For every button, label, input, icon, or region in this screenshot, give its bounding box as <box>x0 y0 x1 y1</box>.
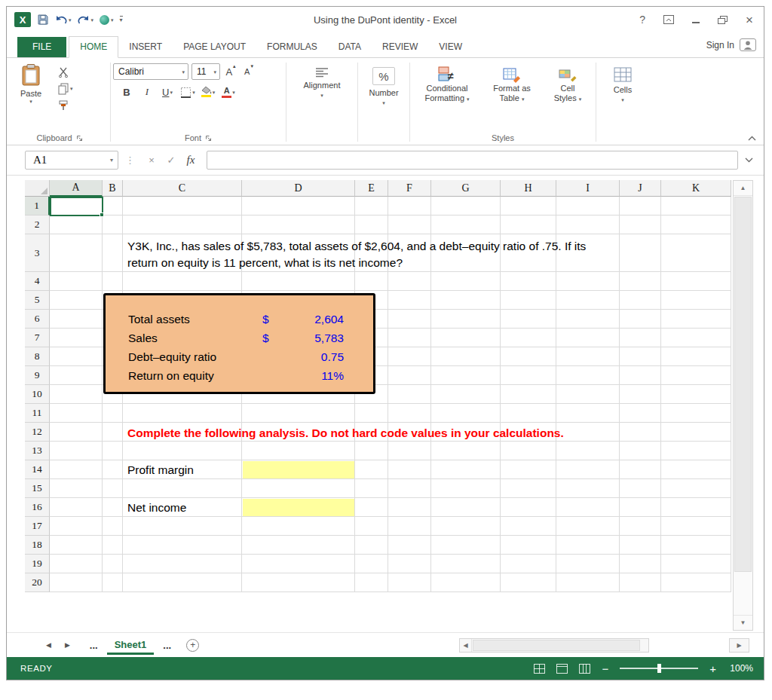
cell-H17[interactable] <box>501 517 556 536</box>
cell-J20[interactable] <box>620 573 661 592</box>
cell-H8[interactable] <box>501 347 556 366</box>
cell-G1[interactable] <box>431 197 501 216</box>
italic-button[interactable]: I <box>139 84 155 100</box>
cell-G13[interactable] <box>431 442 501 460</box>
column-header-I[interactable]: I <box>556 180 620 197</box>
zoom-in-button[interactable]: + <box>709 663 716 674</box>
column-header-D[interactable]: D <box>242 180 355 197</box>
cell-K17[interactable] <box>661 517 731 536</box>
cell-I11[interactable] <box>556 404 620 423</box>
cell-E2[interactable] <box>355 216 388 234</box>
column-header-K[interactable]: K <box>661 180 731 197</box>
cell-E15[interactable] <box>355 479 388 498</box>
cell-A10[interactable] <box>50 385 103 404</box>
cell-G18[interactable] <box>431 536 501 555</box>
row-header-18[interactable]: 18 <box>25 536 50 555</box>
qat-custom-button[interactable]: ▾ <box>100 15 114 25</box>
cell-C4[interactable] <box>123 272 242 291</box>
increase-font-size-button[interactable]: A▴ <box>223 63 238 80</box>
normal-view-button[interactable] <box>534 664 545 674</box>
caret-down-icon[interactable]: ▾ <box>106 157 118 164</box>
cell-H5[interactable] <box>501 291 556 310</box>
vertical-scrollbar[interactable]: ▲ ▼ <box>733 180 753 631</box>
cell-A16[interactable] <box>50 498 103 517</box>
sheet-nav-left-icon[interactable]: ◀ <box>46 641 51 649</box>
zoom-out-button[interactable]: − <box>602 663 608 674</box>
cell-A14[interactable] <box>50 460 103 479</box>
column-header-G[interactable]: G <box>431 180 501 197</box>
cell-A4[interactable] <box>50 272 103 291</box>
cell-J12[interactable] <box>620 423 661 442</box>
cell-E1[interactable] <box>355 197 388 216</box>
net-income-input-cell[interactable] <box>243 499 354 516</box>
cell-K16[interactable] <box>661 498 731 517</box>
save-button[interactable] <box>37 14 49 26</box>
cell-B19[interactable] <box>103 555 123 573</box>
cell-H13[interactable] <box>501 442 556 460</box>
cell-G15[interactable] <box>431 479 501 498</box>
row-header-1[interactable]: 1 <box>25 197 50 216</box>
cell-D11[interactable] <box>242 404 355 423</box>
column-header-J[interactable]: J <box>620 180 661 197</box>
row-header-6[interactable]: 6 <box>25 310 50 329</box>
sheet-tab-sheet1[interactable]: Sheet1 <box>107 635 155 655</box>
row-header-17[interactable]: 17 <box>25 517 50 536</box>
cell-I20[interactable] <box>556 573 620 592</box>
cell-G7[interactable] <box>431 329 501 347</box>
font-color-button[interactable]: A ▾ <box>221 84 236 100</box>
cut-button[interactable] <box>58 66 73 78</box>
cell-H18[interactable] <box>501 536 556 555</box>
row-header-3[interactable]: 3 <box>25 234 50 272</box>
cell-F6[interactable] <box>388 310 431 329</box>
scroll-up-arrow-icon[interactable]: ▲ <box>734 181 752 196</box>
cell-F5[interactable] <box>388 291 431 310</box>
cell-G11[interactable] <box>431 404 501 423</box>
row-header-15[interactable]: 15 <box>25 479 50 498</box>
column-header-E[interactable]: E <box>355 180 388 197</box>
cell-E17[interactable] <box>355 517 388 536</box>
cell-G4[interactable] <box>431 272 501 291</box>
horizontal-scroll-thumb[interactable] <box>473 640 640 651</box>
cell-B13[interactable] <box>103 442 123 460</box>
cell-E11[interactable] <box>355 404 388 423</box>
cell-D19[interactable] <box>242 555 355 573</box>
cell-F20[interactable] <box>388 573 431 592</box>
cell-J10[interactable] <box>620 385 661 404</box>
row-header-2[interactable]: 2 <box>25 216 50 234</box>
more-sheets-left[interactable]: ... <box>90 640 98 651</box>
cell-K20[interactable] <box>661 573 731 592</box>
cell-J15[interactable] <box>620 479 661 498</box>
cell-A20[interactable] <box>50 573 103 592</box>
cell-E19[interactable] <box>355 555 388 573</box>
cell-G19[interactable] <box>431 555 501 573</box>
cell-D20[interactable] <box>242 573 355 592</box>
cell-G8[interactable] <box>431 347 501 366</box>
cell-K10[interactable] <box>661 385 731 404</box>
cell-C15[interactable] <box>123 479 242 498</box>
cell-D4[interactable] <box>242 272 355 291</box>
paste-button[interactable]: Paste ▾ <box>11 60 51 131</box>
cell-A17[interactable] <box>50 517 103 536</box>
zoom-level[interactable]: 100% <box>728 663 753 674</box>
vertical-scroll-thumb[interactable] <box>734 197 752 572</box>
formula-bar-splitter[interactable]: ⋮ <box>125 154 135 166</box>
tab-review[interactable]: REVIEW <box>372 37 428 57</box>
font-dialog-launcher-icon[interactable] <box>205 135 212 142</box>
alignment-group-button[interactable]: Alignment ▾ <box>289 60 355 98</box>
cell-F18[interactable] <box>388 536 431 555</box>
cell-A2[interactable] <box>50 216 103 234</box>
decrease-font-size-button[interactable]: A▾ <box>241 63 256 80</box>
cell-F9[interactable] <box>388 366 431 385</box>
scroll-left-arrow-icon[interactable]: ◀ <box>460 639 472 652</box>
cell-I4[interactable] <box>556 272 620 291</box>
cell-F17[interactable] <box>388 517 431 536</box>
cell-G6[interactable] <box>431 310 501 329</box>
cell-B12[interactable] <box>103 423 123 442</box>
cell-K12[interactable] <box>661 423 731 442</box>
cell-J1[interactable] <box>620 197 661 216</box>
zoom-slider-thumb[interactable] <box>657 664 661 673</box>
row-header-7[interactable]: 7 <box>25 329 50 347</box>
cell-B11[interactable] <box>103 404 123 423</box>
cell-C1[interactable] <box>123 197 242 216</box>
cell-H11[interactable] <box>501 404 556 423</box>
